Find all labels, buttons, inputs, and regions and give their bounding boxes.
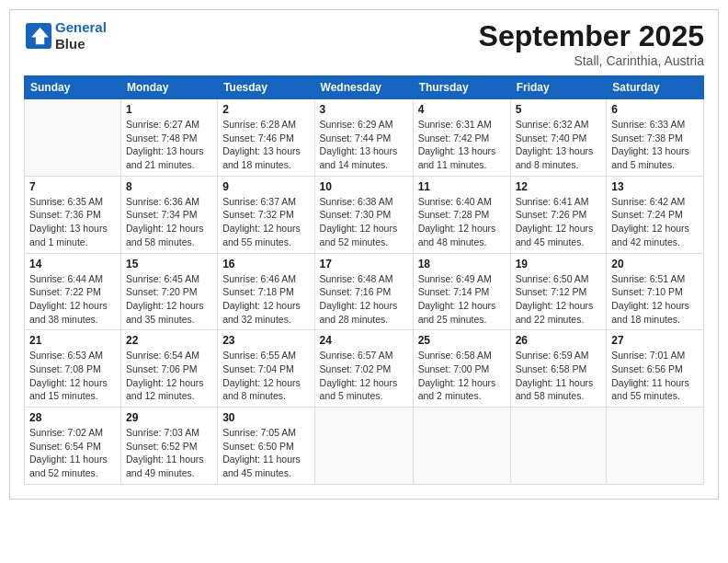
day-info: Sunrise: 6:28 AM Sunset: 7:46 PM Dayligh…	[222, 118, 309, 172]
day-number: 23	[222, 334, 309, 347]
calendar-cell	[25, 99, 121, 177]
day-info: Sunrise: 7:01 AM Sunset: 6:56 PM Dayligh…	[611, 349, 699, 403]
day-info: Sunrise: 7:03 AM Sunset: 6:52 PM Dayligh…	[126, 426, 212, 480]
day-info: Sunrise: 6:51 AM Sunset: 7:10 PM Dayligh…	[611, 272, 699, 327]
day-info: Sunrise: 6:50 AM Sunset: 7:12 PM Dayligh…	[516, 272, 602, 327]
calendar-cell: 26Sunrise: 6:59 AM Sunset: 6:58 PM Dayli…	[510, 330, 607, 408]
day-info: Sunrise: 6:58 AM Sunset: 7:00 PM Dayligh…	[418, 349, 506, 403]
day-number: 15	[126, 258, 212, 270]
day-number: 24	[320, 334, 408, 347]
calendar-cell: 2Sunrise: 6:28 AM Sunset: 7:46 PM Daylig…	[218, 99, 314, 177]
weekday-header: Sunday	[25, 76, 121, 99]
calendar-cell: 24Sunrise: 6:57 AM Sunset: 7:02 PM Dayli…	[314, 330, 413, 408]
day-number: 12	[516, 180, 602, 193]
day-info: Sunrise: 6:48 AM Sunset: 7:16 PM Dayligh…	[320, 272, 408, 327]
calendar-cell: 5Sunrise: 6:32 AM Sunset: 7:40 PM Daylig…	[510, 99, 607, 177]
calendar-cell: 12Sunrise: 6:41 AM Sunset: 7:26 PM Dayli…	[510, 176, 607, 253]
day-number: 14	[29, 258, 116, 270]
weekday-header: Friday	[510, 76, 607, 99]
day-info: Sunrise: 6:36 AM Sunset: 7:34 PM Dayligh…	[126, 195, 212, 249]
calendar-cell: 25Sunrise: 6:58 AM Sunset: 7:00 PM Dayli…	[413, 330, 510, 408]
day-info: Sunrise: 6:55 AM Sunset: 7:04 PM Dayligh…	[222, 349, 309, 403]
logo-icon	[26, 23, 51, 49]
logo-general: General	[55, 19, 107, 35]
calendar-cell: 6Sunrise: 6:33 AM Sunset: 7:38 PM Daylig…	[607, 99, 704, 177]
calendar-cell: 16Sunrise: 6:46 AM Sunset: 7:18 PM Dayli…	[218, 253, 314, 330]
day-number: 18	[418, 258, 506, 270]
day-info: Sunrise: 6:57 AM Sunset: 7:02 PM Dayligh…	[320, 349, 408, 403]
calendar-cell: 9Sunrise: 6:37 AM Sunset: 7:32 PM Daylig…	[218, 176, 314, 253]
calendar-page: General Blue September 2025 Stall, Carin…	[9, 9, 719, 500]
day-number: 21	[29, 334, 116, 347]
month-title: September 2025	[479, 19, 704, 53]
day-info: Sunrise: 6:54 AM Sunset: 7:06 PM Dayligh…	[126, 349, 212, 403]
day-info: Sunrise: 6:42 AM Sunset: 7:24 PM Dayligh…	[611, 195, 699, 249]
weekday-header: Wednesday	[314, 76, 413, 99]
day-number: 8	[126, 180, 212, 193]
day-number: 22	[126, 334, 212, 347]
day-info: Sunrise: 6:37 AM Sunset: 7:32 PM Dayligh…	[222, 195, 309, 249]
day-info: Sunrise: 6:32 AM Sunset: 7:40 PM Dayligh…	[516, 118, 602, 172]
calendar-cell: 30Sunrise: 7:05 AM Sunset: 6:50 PM Dayli…	[218, 408, 314, 485]
day-number: 7	[29, 180, 116, 193]
day-number: 1	[126, 103, 212, 116]
weekday-header: Thursday	[413, 76, 510, 99]
day-info: Sunrise: 6:29 AM Sunset: 7:44 PM Dayligh…	[320, 118, 408, 172]
day-number: 25	[418, 334, 506, 347]
page-header: General Blue September 2025 Stall, Carin…	[24, 19, 704, 68]
logo-blue: Blue	[55, 36, 85, 52]
day-info: Sunrise: 6:41 AM Sunset: 7:26 PM Dayligh…	[516, 195, 602, 249]
day-info: Sunrise: 6:46 AM Sunset: 7:18 PM Dayligh…	[222, 272, 309, 327]
day-number: 3	[320, 103, 408, 116]
day-info: Sunrise: 6:33 AM Sunset: 7:38 PM Dayligh…	[611, 118, 699, 172]
calendar-cell: 7Sunrise: 6:35 AM Sunset: 7:36 PM Daylig…	[25, 176, 121, 253]
day-info: Sunrise: 7:02 AM Sunset: 6:54 PM Dayligh…	[29, 426, 116, 480]
day-info: Sunrise: 6:38 AM Sunset: 7:30 PM Dayligh…	[320, 195, 408, 249]
calendar-cell: 17Sunrise: 6:48 AM Sunset: 7:16 PM Dayli…	[314, 253, 413, 330]
week-row: 14Sunrise: 6:44 AM Sunset: 7:22 PM Dayli…	[25, 253, 704, 330]
calendar-cell: 4Sunrise: 6:31 AM Sunset: 7:42 PM Daylig…	[413, 99, 510, 177]
day-number: 16	[222, 258, 309, 270]
calendar-cell: 10Sunrise: 6:38 AM Sunset: 7:30 PM Dayli…	[314, 176, 413, 253]
day-info: Sunrise: 6:27 AM Sunset: 7:48 PM Dayligh…	[126, 118, 212, 172]
day-number: 4	[418, 103, 506, 116]
weekday-header: Monday	[120, 76, 217, 99]
day-number: 28	[29, 411, 116, 424]
calendar-cell: 13Sunrise: 6:42 AM Sunset: 7:24 PM Dayli…	[607, 176, 704, 253]
calendar-cell: 27Sunrise: 7:01 AM Sunset: 6:56 PM Dayli…	[607, 330, 704, 408]
calendar-cell	[510, 408, 607, 485]
day-number: 20	[611, 258, 699, 270]
calendar-cell: 20Sunrise: 6:51 AM Sunset: 7:10 PM Dayli…	[607, 253, 704, 330]
weekday-header-row: SundayMondayTuesdayWednesdayThursdayFrid…	[25, 76, 704, 99]
calendar-cell	[413, 408, 510, 485]
day-number: 19	[516, 258, 602, 270]
weekday-header: Tuesday	[218, 76, 314, 99]
day-number: 13	[611, 180, 699, 193]
calendar-cell: 23Sunrise: 6:55 AM Sunset: 7:04 PM Dayli…	[218, 330, 314, 408]
calendar-cell: 18Sunrise: 6:49 AM Sunset: 7:14 PM Dayli…	[413, 253, 510, 330]
weekday-header: Saturday	[607, 76, 704, 99]
day-info: Sunrise: 6:40 AM Sunset: 7:28 PM Dayligh…	[418, 195, 506, 249]
day-info: Sunrise: 6:59 AM Sunset: 6:58 PM Dayligh…	[516, 349, 602, 403]
week-row: 1Sunrise: 6:27 AM Sunset: 7:48 PM Daylig…	[25, 99, 704, 177]
calendar-cell: 14Sunrise: 6:44 AM Sunset: 7:22 PM Dayli…	[25, 253, 121, 330]
day-number: 10	[320, 180, 408, 193]
day-number: 5	[516, 103, 602, 116]
day-number: 17	[320, 258, 408, 270]
calendar-table: SundayMondayTuesdayWednesdayThursdayFrid…	[24, 75, 704, 485]
calendar-cell	[607, 408, 704, 485]
week-row: 21Sunrise: 6:53 AM Sunset: 7:08 PM Dayli…	[25, 330, 704, 408]
logo: General Blue	[24, 19, 107, 52]
calendar-cell: 28Sunrise: 7:02 AM Sunset: 6:54 PM Dayli…	[25, 408, 121, 485]
day-info: Sunrise: 6:44 AM Sunset: 7:22 PM Dayligh…	[29, 272, 116, 327]
calendar-cell: 8Sunrise: 6:36 AM Sunset: 7:34 PM Daylig…	[120, 176, 217, 253]
calendar-cell: 15Sunrise: 6:45 AM Sunset: 7:20 PM Dayli…	[120, 253, 217, 330]
day-info: Sunrise: 6:31 AM Sunset: 7:42 PM Dayligh…	[418, 118, 506, 172]
day-number: 9	[222, 180, 309, 193]
calendar-cell: 3Sunrise: 6:29 AM Sunset: 7:44 PM Daylig…	[314, 99, 413, 177]
day-info: Sunrise: 6:35 AM Sunset: 7:36 PM Dayligh…	[29, 195, 116, 249]
calendar-cell: 21Sunrise: 6:53 AM Sunset: 7:08 PM Dayli…	[25, 330, 121, 408]
week-row: 7Sunrise: 6:35 AM Sunset: 7:36 PM Daylig…	[25, 176, 704, 253]
calendar-cell: 11Sunrise: 6:40 AM Sunset: 7:28 PM Dayli…	[413, 176, 510, 253]
day-number: 29	[126, 411, 212, 424]
